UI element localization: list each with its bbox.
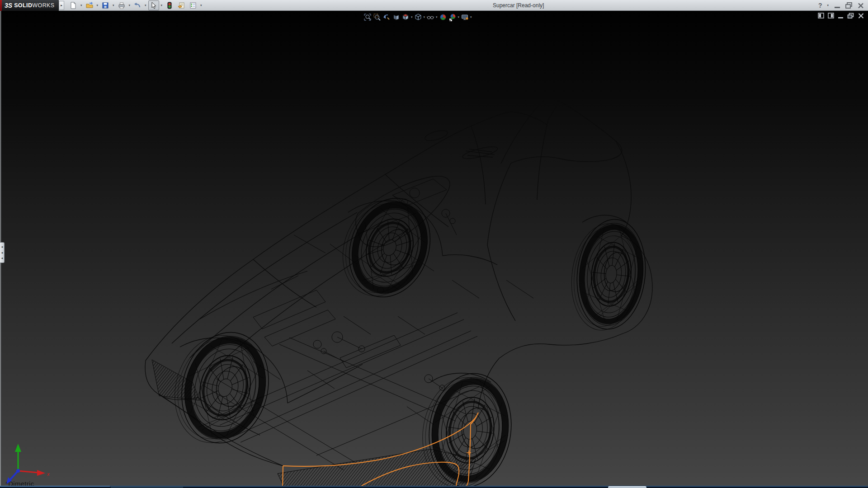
- options-checklist-icon: [189, 1, 197, 9]
- rebuild-button[interactable]: [164, 0, 175, 10]
- view-orientation-button[interactable]: [401, 13, 410, 22]
- new-document-dropdown[interactable]: ▾: [80, 4, 83, 7]
- close-icon[interactable]: [857, 2, 864, 9]
- undo-arrow-icon: [133, 1, 142, 9]
- select-button[interactable]: [148, 0, 159, 10]
- logo-text-solid: SOLID: [14, 2, 32, 9]
- display-style-dropdown[interactable]: ▾: [423, 15, 426, 19]
- document-minimize-icon[interactable]: [838, 12, 844, 19]
- save-dropdown[interactable]: ▾: [112, 4, 115, 7]
- apply-scene-dropdown[interactable]: ▾: [458, 15, 460, 19]
- hide-show-items-dropdown[interactable]: ▾: [435, 15, 438, 19]
- options-button[interactable]: [188, 0, 198, 10]
- logo-red-stripe: [0, 0, 2, 11]
- solidworks-logo: 3S SOLID WORKS: [0, 0, 59, 11]
- document-window-controls: [818, 12, 864, 19]
- collapse-arrow-icon: ◀: [1, 257, 3, 259]
- display-style-cube-icon: [414, 13, 422, 21]
- new-document-button[interactable]: [68, 0, 79, 10]
- zoom-to-fit-button[interactable]: [363, 13, 372, 22]
- print-button[interactable]: [116, 0, 127, 10]
- save-floppy-icon: [101, 1, 109, 9]
- options-dropdown[interactable]: ▾: [199, 4, 203, 7]
- help-dropdown[interactable]: ▾: [826, 4, 830, 7]
- previous-view-icon: [382, 13, 391, 21]
- reference-triad: x: [4, 438, 58, 488]
- apply-scene-icon: [448, 13, 457, 21]
- view-orientation-cube-icon: [401, 13, 410, 21]
- edit-appearance-button[interactable]: [439, 13, 448, 22]
- solidworks-window: ▾ ▾ ▾: [0, 0, 868, 488]
- x-axis-label: x: [47, 471, 50, 477]
- headsup-view-toolbar: ▾ ▾ ▾: [363, 13, 472, 22]
- pane-toggle-left-icon[interactable]: [818, 12, 825, 19]
- collapse-arrow-icon: ◀: [1, 252, 3, 254]
- wheel-wireframes[interactable]: [164, 185, 651, 488]
- section-view-button[interactable]: [392, 13, 401, 22]
- menu-flyout-arrow[interactable]: ▸: [59, 1, 64, 10]
- undo-dropdown[interactable]: ▾: [144, 4, 147, 7]
- window-title: Supercar [Read-only]: [493, 2, 544, 9]
- open-document-dropdown[interactable]: ▾: [96, 4, 99, 7]
- view-settings-button[interactable]: [460, 13, 469, 22]
- eyeglasses-icon: [426, 13, 434, 21]
- view-settings-dropdown[interactable]: ▾: [470, 15, 472, 19]
- minimize-icon[interactable]: [834, 2, 841, 9]
- restore-icon[interactable]: [845, 2, 853, 9]
- new-document-icon: [69, 1, 77, 9]
- display-style-button[interactable]: [414, 13, 423, 22]
- view-settings-icon: [461, 13, 469, 21]
- save-button[interactable]: [100, 0, 111, 10]
- previous-view-button[interactable]: [382, 13, 391, 22]
- document-close-icon[interactable]: [858, 12, 864, 19]
- taskbar-edge[interactable]: [0, 486, 868, 488]
- collapse-arrow-icon: ◀: [1, 246, 3, 248]
- window-controls: ? ▾: [818, 0, 864, 11]
- zoom-to-fit-icon: [363, 13, 372, 21]
- open-document-button[interactable]: [84, 0, 95, 10]
- feature-tree-collapsed-handle[interactable]: ◀ ◀ ◀: [0, 242, 5, 263]
- help-button[interactable]: ?: [818, 2, 822, 9]
- z-axis-arrow: [10, 471, 18, 480]
- title-bar: 3S SOLID WORKS ▸ ▾ ▾: [0, 0, 868, 11]
- logo-text-works: WORKS: [32, 2, 54, 9]
- hide-show-items-button[interactable]: [426, 13, 435, 22]
- main-toolbar: ▾ ▾ ▾: [68, 0, 203, 11]
- taskbar-highlight: [608, 486, 646, 488]
- logo-mark: 3S: [5, 2, 12, 9]
- file-properties-button[interactable]: [176, 0, 187, 10]
- car-wireframe-model[interactable]: [0, 11, 868, 488]
- open-folder-icon: [85, 1, 94, 9]
- apply-scene-button[interactable]: [448, 13, 457, 22]
- zoom-to-area-icon: [373, 13, 381, 21]
- x-axis-arrow: [18, 471, 38, 473]
- undo-button[interactable]: [132, 0, 143, 10]
- file-properties-icon: [177, 1, 185, 9]
- view-orientation-dropdown[interactable]: ▾: [410, 15, 413, 19]
- pane-toggle-right-icon[interactable]: [828, 12, 835, 19]
- print-icon: [118, 1, 126, 9]
- appearance-ball-icon: [439, 13, 447, 21]
- select-cursor-icon: [150, 1, 158, 9]
- section-view-icon: [392, 13, 400, 21]
- zoom-to-area-button[interactable]: [373, 13, 382, 22]
- traffic-light-icon: [165, 1, 174, 9]
- graphics-viewport[interactable]: ▾ ▾ ▾: [0, 11, 868, 488]
- print-dropdown[interactable]: ▾: [128, 4, 132, 7]
- document-restore-icon[interactable]: [847, 12, 854, 19]
- select-dropdown[interactable]: ▾: [160, 4, 164, 7]
- car-body-outline[interactable]: [145, 94, 652, 466]
